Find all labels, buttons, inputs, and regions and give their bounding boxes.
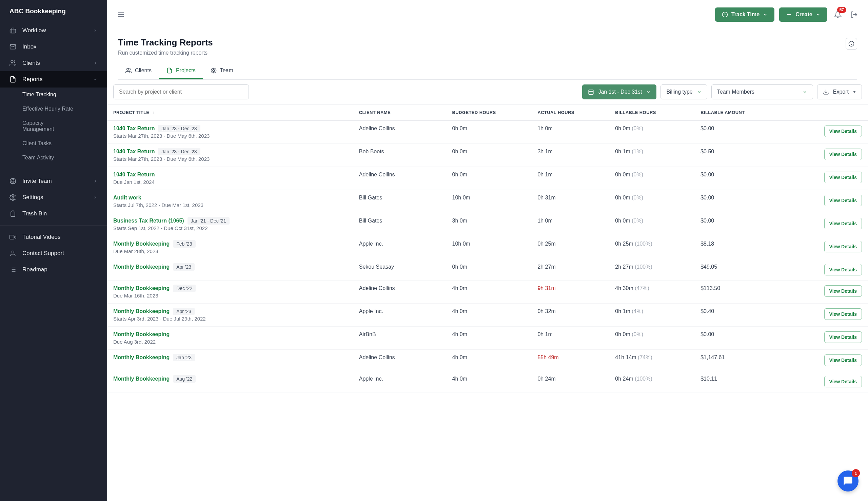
nav-label: Contact Support [22, 250, 64, 257]
tab-projects[interactable]: Projects [159, 63, 203, 79]
actual-hours-cell: 0h 1m [534, 167, 612, 190]
notifications-button[interactable]: 57 [832, 9, 844, 20]
nav-settings[interactable]: Settings [0, 189, 107, 205]
billable-percent: (0%) [632, 195, 643, 201]
nav-label: Trash Bin [22, 210, 47, 217]
sidebar-toggle-button[interactable] [115, 9, 127, 20]
project-title-link[interactable]: 1040 Tax Return [113, 172, 155, 178]
view-details-button[interactable]: View Details [824, 331, 862, 343]
nav-invite-team[interactable]: Invite Team [0, 173, 107, 189]
track-time-button[interactable]: Track Time [715, 8, 774, 22]
help-button[interactable] [846, 38, 857, 50]
nav-inbox[interactable]: Inbox [0, 39, 107, 55]
view-details-button[interactable]: View Details [824, 241, 862, 252]
divider [0, 225, 107, 226]
billable-hours-cell: 0h 0m (0%) [612, 327, 697, 350]
create-button[interactable]: Create [779, 8, 827, 22]
table-row: Business Tax Return (1065)Jan '21 - Dec … [107, 213, 868, 236]
nav-reports[interactable]: Reports [0, 71, 107, 87]
chevron-down-icon [697, 89, 702, 94]
billable-percent: (100%) [635, 241, 652, 247]
project-dates: Starts Mar 27th, 2023 - Due May 6th, 202… [113, 156, 352, 162]
filter-label: Team Members [717, 89, 755, 95]
billable-hours-cell: 0h 0m (0%) [612, 121, 697, 144]
view-details-button[interactable]: View Details [824, 264, 862, 275]
tab-clients[interactable]: Clients [118, 63, 159, 79]
nav-trash-bin[interactable]: Trash Bin [0, 205, 107, 222]
chat-widget-button[interactable]: 1 [837, 470, 858, 491]
budgeted-hours-cell: 4h 0m [449, 327, 534, 350]
svg-rect-0 [10, 29, 16, 33]
budgeted-hours-cell: 3h 0m [449, 213, 534, 236]
billable-amount-cell: $0.40 [697, 303, 790, 327]
project-title-link[interactable]: Monthly Bookkeeping [113, 264, 170, 270]
billable-percent: (100%) [635, 264, 652, 270]
table-row: 1040 Tax ReturnJan '23 - Dec '23Starts M… [107, 121, 868, 144]
project-title-link[interactable]: Monthly Bookkeeping [113, 308, 170, 314]
nav-tutorial-videos[interactable]: Tutorial Videos [0, 229, 107, 245]
project-period-badge: Jan '21 - Dec '21 [187, 217, 229, 225]
tab-team[interactable]: Team [203, 63, 241, 79]
col-actual[interactable]: ACTUAL HOURS [534, 105, 612, 121]
project-title-link[interactable]: Monthly Bookkeeping [113, 331, 170, 337]
view-details-button[interactable]: View Details [824, 126, 862, 137]
chevron-down-icon [816, 12, 821, 17]
project-period-badge: Jan '23 - Dec '23 [158, 125, 200, 132]
table-row: Monthly BookkeepingDec '22Due Mar 16th, … [107, 280, 868, 303]
view-details-button[interactable]: View Details [824, 149, 862, 160]
project-title-link[interactable]: 1040 Tax Return [113, 126, 155, 131]
view-details-button[interactable]: View Details [824, 308, 862, 320]
project-title-link[interactable]: Monthly Bookkeeping [113, 354, 170, 360]
project-title-link[interactable]: Monthly Bookkeeping [113, 285, 170, 291]
sub-client-tasks[interactable]: Client Tasks [22, 136, 107, 151]
billable-amount-cell: $49.05 [697, 259, 790, 280]
topbar: Track Time Create 57 [107, 0, 868, 29]
view-details-button[interactable]: View Details [824, 195, 862, 206]
nav-contact-support[interactable]: Contact Support [0, 245, 107, 262]
chevron-down-icon [93, 77, 98, 82]
nav-workflow[interactable]: Workflow [0, 22, 107, 39]
view-details-button[interactable]: View Details [824, 218, 862, 229]
col-budgeted[interactable]: BUDGETED HOURS [449, 105, 534, 121]
table-row: Monthly BookkeepingFeb '23Due Mar 28th, … [107, 236, 868, 259]
col-amount[interactable]: BILLABLE AMOUNT [697, 105, 790, 121]
view-details-button[interactable]: View Details [824, 172, 862, 183]
view-details-button[interactable]: View Details [824, 354, 862, 366]
col-billable[interactable]: BILLABLE HOURS [612, 105, 697, 121]
team-members-filter[interactable]: Team Members [711, 84, 813, 99]
svg-point-27 [213, 70, 215, 72]
nav-clients[interactable]: Clients [0, 55, 107, 71]
date-range-picker[interactable]: Jan 1st - Dec 31st [582, 84, 657, 99]
gear-icon [10, 194, 16, 201]
sub-team-activity[interactable]: Team Activity [22, 151, 107, 165]
search-input[interactable] [113, 84, 249, 99]
client-name-cell: Apple Inc. [356, 371, 449, 393]
nav-roadmap[interactable]: Roadmap [0, 262, 107, 278]
sort-asc-icon: ↑ [153, 110, 155, 115]
caret-down-icon [853, 90, 856, 94]
project-title-link[interactable]: Business Tax Return (1065) [113, 218, 184, 224]
view-details-button[interactable]: View Details [824, 376, 862, 387]
plus-icon [786, 12, 792, 18]
view-details-button[interactable]: View Details [824, 285, 862, 297]
sub-effective-hourly[interactable]: Effective Hourly Rate [22, 102, 107, 116]
billable-hours-cell: 2h 27m (100%) [612, 259, 697, 280]
export-button[interactable]: Export [817, 84, 862, 99]
logout-button[interactable] [848, 9, 860, 20]
sub-capacity-mgmt[interactable]: Capacity Management [22, 116, 70, 136]
chevron-right-icon [93, 28, 98, 33]
nav-label: Reports [22, 76, 43, 83]
billing-type-filter[interactable]: Billing type [661, 84, 707, 99]
project-title-link[interactable]: Monthly Bookkeeping [113, 376, 170, 382]
sub-time-tracking[interactable]: Time Tracking [22, 87, 107, 102]
project-title-link[interactable]: Audit work [113, 195, 141, 201]
col-project-title[interactable]: PROJECT TITLE ↑ [107, 105, 356, 121]
billable-percent: (4%) [632, 308, 643, 314]
col-client-name[interactable]: CLIENT NAME [356, 105, 449, 121]
project-title-link[interactable]: Monthly Bookkeeping [113, 241, 170, 247]
project-title-link[interactable]: 1040 Tax Return [113, 149, 155, 154]
svg-rect-7 [10, 235, 14, 239]
chevron-right-icon [93, 195, 98, 200]
client-name-cell: Adeline Collins [356, 167, 449, 190]
project-dates: Due Jan 1st, 2024 [113, 179, 352, 185]
